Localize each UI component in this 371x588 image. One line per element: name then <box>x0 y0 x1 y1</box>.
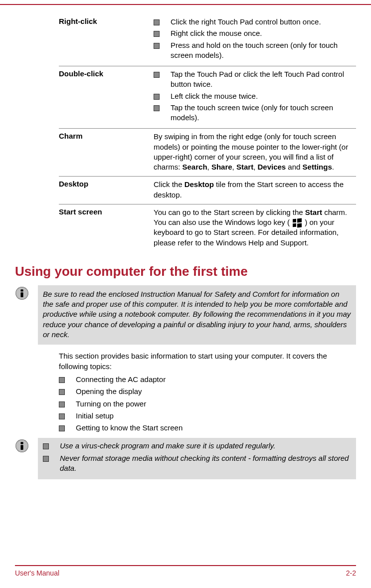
list-item: Never format storage media without check… <box>43 453 351 474</box>
table-row: Double-clickTap the Touch Pad or click t… <box>59 66 356 129</box>
list-item: Opening the display <box>59 387 356 396</box>
svg-rect-7 <box>20 445 23 450</box>
list-item: Right click the mouse once. <box>154 28 356 38</box>
definition-cell: You can go to the Start screen by clicki… <box>154 204 356 252</box>
table-row: Start screenYou can go to the Start scre… <box>59 204 356 252</box>
term-cell: Desktop <box>59 177 154 204</box>
list-item: Use a virus-check program and make sure … <box>43 441 351 451</box>
definition-cell: Click the Desktop tile from the Start sc… <box>154 177 356 204</box>
list-item: Click the right Touch Pad control button… <box>154 17 356 27</box>
list-item: Turning on the power <box>59 399 356 409</box>
note-text: Be sure to read the enclosed Instruction… <box>38 285 356 345</box>
info-icon <box>15 439 29 453</box>
windows-logo-icon <box>293 218 302 227</box>
term-cell: Charm <box>59 129 154 177</box>
definition-cell: By swiping in from the right edge (only … <box>154 129 356 177</box>
section-heading: Using your computer for the first time <box>15 264 356 279</box>
table-row: DesktopClick the Desktop tile from the S… <box>59 177 356 204</box>
term-cell: Start screen <box>59 204 154 252</box>
note-tips: Use a virus-check program and make sure … <box>15 438 356 479</box>
list-item: Getting to know the Start screen <box>59 423 356 433</box>
list-item: Tap the Touch Pad or click the left Touc… <box>154 69 356 90</box>
term-cell: Right-click <box>59 14 154 66</box>
list-item: Tap the touch screen twice (only for tou… <box>154 103 356 123</box>
topics-list: Connecting the AC adaptorOpening the dis… <box>59 375 356 433</box>
definition-cell: Click the right Touch Pad control button… <box>154 14 356 66</box>
definition-cell: Tap the Touch Pad or click the left Touc… <box>154 66 356 129</box>
page-footer: User's Manual 2-2 <box>15 565 356 577</box>
note-tips-content: Use a virus-check program and make sure … <box>38 438 356 479</box>
list-item: Left click the mouse twice. <box>154 91 356 101</box>
svg-rect-2 <box>20 289 23 291</box>
note-safety: Be sure to read the enclosed Instruction… <box>15 285 356 345</box>
table-row: Right-clickClick the right Touch Pad con… <box>59 14 356 66</box>
list-item: Connecting the AC adaptor <box>59 375 356 385</box>
svg-rect-6 <box>20 442 23 444</box>
svg-rect-3 <box>20 292 23 297</box>
footer-left: User's Manual <box>15 569 59 577</box>
footer-page-number: 2-2 <box>346 569 356 577</box>
info-icon <box>15 286 29 300</box>
intro-text: This section provides basic information … <box>59 351 356 372</box>
definitions-table: Right-clickClick the right Touch Pad con… <box>59 14 356 252</box>
table-row: CharmBy swiping in from the right edge (… <box>59 129 356 177</box>
list-item: Initial setup <box>59 411 356 421</box>
list-item: Press and hold on the touch screen (only… <box>154 40 356 61</box>
term-cell: Double-click <box>59 66 154 129</box>
